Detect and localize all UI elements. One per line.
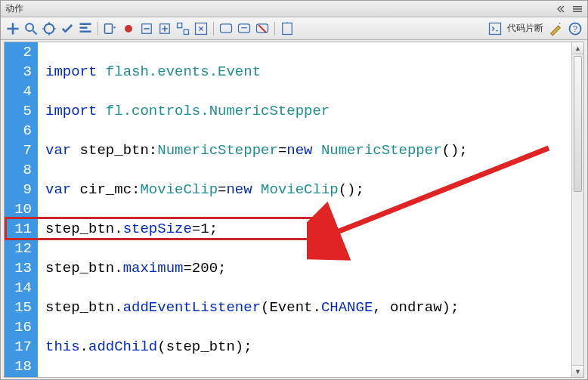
svg-rect-13 xyxy=(184,29,188,34)
line-number: 5 xyxy=(9,101,32,121)
svg-point-4 xyxy=(45,23,54,33)
code-line: import fl.controls.NumericStepper xyxy=(45,101,571,121)
toolbar-separator xyxy=(213,22,214,36)
line-number: 8 xyxy=(9,160,32,180)
panel-title-bar: 动作 xyxy=(1,1,587,17)
line-number: 14 xyxy=(9,278,32,298)
help-button[interactable]: ? xyxy=(568,21,583,36)
line-number: 9 xyxy=(9,180,32,199)
code-line: step_btn.maximum=200; xyxy=(45,258,571,278)
line-number: 7 xyxy=(9,141,32,160)
collapse-left-icon[interactable] xyxy=(557,4,568,14)
actions-panel: 动作 xyxy=(0,0,588,380)
code-line: var step_btn:NumericStepper=new NumericS… xyxy=(45,141,571,160)
line-number-gutter: 2 3 4 5 6 7 8 9 10 11 12 13 14 15 16 17 … xyxy=(5,42,38,377)
line-number: 3 xyxy=(9,62,32,82)
line-number: 15 xyxy=(9,298,32,317)
toolbar-separator xyxy=(274,22,275,36)
find-button[interactable] xyxy=(23,21,39,36)
code-line: this.addChild(cir_mc); xyxy=(45,376,571,378)
expand-all-button[interactable] xyxy=(193,21,209,36)
panel-menu-icon[interactable] xyxy=(572,4,583,14)
expand-block-button[interactable] xyxy=(157,21,172,36)
line-number: 13 xyxy=(9,258,32,278)
svg-text:?: ? xyxy=(573,23,577,32)
code-content[interactable]: import flash.events.Event import fl.cont… xyxy=(38,42,571,377)
line-number: 10 xyxy=(9,199,32,219)
script-assist-button[interactable] xyxy=(548,21,563,36)
svg-rect-12 xyxy=(178,23,182,27)
apply-block-comment-button[interactable] xyxy=(218,21,234,36)
svg-rect-2 xyxy=(573,11,582,12)
collapse-selection-button[interactable] xyxy=(175,21,190,36)
line-number: 18 xyxy=(9,357,32,376)
svg-rect-7 xyxy=(80,30,91,32)
svg-rect-15 xyxy=(221,23,232,32)
scroll-thumb[interactable] xyxy=(574,56,582,192)
code-editor[interactable]: 2 3 4 5 6 7 8 9 10 11 12 13 14 15 16 17 … xyxy=(4,42,584,378)
scroll-down-button[interactable]: ▼ xyxy=(572,365,583,377)
code-line: this.addChild(step_btn); xyxy=(45,337,571,357)
line-number: 2 xyxy=(9,42,32,62)
pin-script-button[interactable] xyxy=(280,21,295,36)
apply-line-comment-button[interactable] xyxy=(237,21,252,36)
svg-point-9 xyxy=(125,25,132,32)
code-line: import flash.events.Event xyxy=(45,62,571,82)
svg-rect-5 xyxy=(80,23,91,25)
svg-rect-19 xyxy=(490,23,501,34)
svg-rect-0 xyxy=(573,6,582,8)
svg-rect-8 xyxy=(105,23,113,33)
target-button[interactable] xyxy=(42,21,57,36)
collapse-block-button[interactable] xyxy=(139,21,154,36)
auto-format-button[interactable] xyxy=(78,21,93,36)
add-script-button[interactable] xyxy=(5,21,20,36)
toolbar-separator xyxy=(97,22,98,36)
toolbar: 代码片断 ? xyxy=(1,17,587,40)
code-line: step_btn.stepSize=1; xyxy=(45,219,571,239)
code-snippet-label[interactable]: 代码片断 xyxy=(507,22,543,35)
line-number: 17 xyxy=(9,337,32,357)
svg-rect-18 xyxy=(283,23,292,34)
line-number: 16 xyxy=(9,317,32,337)
show-code-hint-button[interactable] xyxy=(103,21,118,36)
debug-options-button[interactable] xyxy=(121,21,136,36)
vertical-scrollbar[interactable]: ▲ ▼ xyxy=(571,42,583,377)
code-line: var cir_mc:MovieClip=new MovieClip(); xyxy=(45,180,571,199)
code-line: step_btn.addEventListener(Event.CHANGE, … xyxy=(45,298,571,317)
remove-comment-button[interactable] xyxy=(255,21,270,36)
scroll-track[interactable] xyxy=(572,54,583,365)
line-number: 6 xyxy=(9,121,32,141)
svg-rect-1 xyxy=(573,8,582,10)
code-snippet-icon[interactable] xyxy=(487,21,503,36)
line-number: 11 xyxy=(9,219,32,239)
svg-point-3 xyxy=(26,23,33,31)
line-number: 12 xyxy=(9,239,32,258)
svg-rect-6 xyxy=(80,26,88,29)
panel-title: 动作 xyxy=(5,2,23,15)
scroll-up-button[interactable]: ▲ xyxy=(572,42,583,54)
line-number: 4 xyxy=(9,82,32,101)
check-syntax-button[interactable] xyxy=(60,21,75,36)
